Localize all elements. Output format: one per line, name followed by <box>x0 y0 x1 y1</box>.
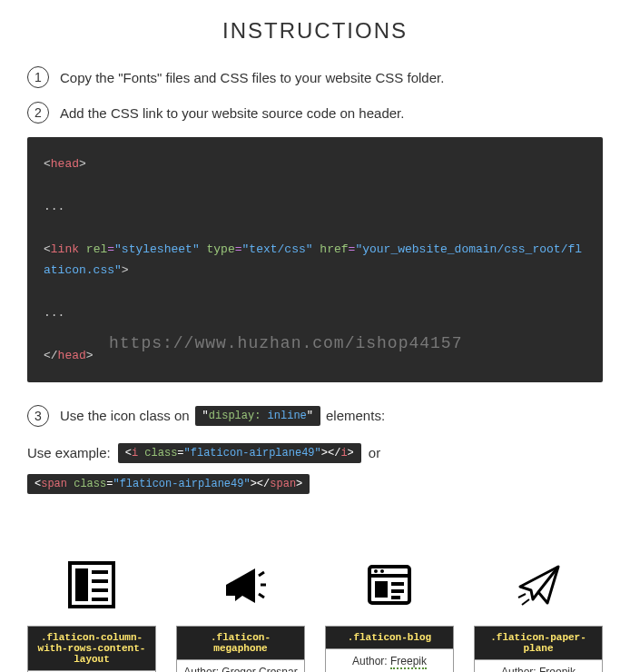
column-layout-icon <box>64 558 119 612</box>
icon-card-blog: .flaticon-blog Author: Freepik <box>325 558 454 672</box>
step-1: 1 Copy the "Fonts" files and CSS files t… <box>27 66 603 88</box>
author-box: Author: Gregor Cresnar <box>176 660 305 672</box>
example-line: Use example: <i class="flaticon-airplane… <box>27 443 603 463</box>
icon-grid: .flaticon-column-with-rows-content-layou… <box>27 558 603 672</box>
page-title: INSTRUCTIONS <box>27 18 603 44</box>
code-dots: ... <box>44 200 64 213</box>
icon-class-label: .flaticon-blog <box>325 626 454 649</box>
author-link[interactable]: Gregor Cresnar <box>221 666 297 672</box>
icon-class-label: .flaticon-megaphone <box>176 626 305 660</box>
step-2: 2 Add the CSS link to your website sourc… <box>27 102 603 124</box>
svg-point-8 <box>374 569 378 573</box>
author-box: Author: Freepik <box>474 660 603 672</box>
icon-class-label: .flaticon-column-with-rows-content-layou… <box>27 626 156 671</box>
code-tag: link <box>51 242 79 256</box>
step-number: 1 <box>27 66 49 88</box>
example-line-2: <span class="flaticon-airplane49"></span… <box>27 474 603 494</box>
step-text: Add the CSS link to your website source … <box>60 105 404 121</box>
svg-line-16 <box>522 599 529 605</box>
example-or: or <box>369 445 380 460</box>
svg-rect-1 <box>75 568 88 601</box>
step-text: Copy the "Fonts" files and CSS files to … <box>60 70 444 85</box>
step-prefix: Use the icon class on <box>60 408 190 423</box>
svg-point-9 <box>380 569 384 573</box>
code-attr: type <box>207 242 235 256</box>
inline-code-span: <span class="flaticon-airplane49"></span… <box>27 474 310 494</box>
code-val: "stylesheet" <box>114 242 200 256</box>
code-dots: ... <box>44 306 64 320</box>
author-box: Author: Freepik <box>325 649 454 672</box>
icon-card-layout: .flaticon-column-with-rows-content-layou… <box>27 558 156 672</box>
inline-code: "display: inline" <box>195 406 320 426</box>
icon-card-paper-plane: .flaticon-paper-plane Author: Freepik <box>474 558 603 672</box>
svg-line-15 <box>518 594 526 598</box>
author-link[interactable]: Freepik <box>390 655 427 669</box>
paper-plane-icon <box>511 558 566 612</box>
author-link[interactable]: Freepik <box>539 666 576 672</box>
step-suffix: elements: <box>326 408 385 423</box>
code-val: "text/css" <box>242 242 313 256</box>
blog-icon <box>362 558 417 612</box>
code-tag: head <box>51 157 79 171</box>
code-attr: rel <box>86 242 107 256</box>
icon-class-label: .flaticon-paper-plane <box>474 626 603 660</box>
step-text: Use the icon class on "display: inline" … <box>60 406 385 426</box>
code-block: <head> ... <link rel="stylesheet" type="… <box>27 137 603 382</box>
megaphone-icon <box>213 558 268 612</box>
icon-card-megaphone: .flaticon-megaphone Author: Gregor Cresn… <box>176 558 305 672</box>
svg-rect-10 <box>375 581 388 598</box>
example-label: Use example: <box>27 445 111 460</box>
inline-code-i: <i class="flaticon-airplane49"></i> <box>118 443 361 463</box>
step-number: 2 <box>27 102 49 124</box>
step-3: 3 Use the icon class on "display: inline… <box>27 405 603 427</box>
step-number: 3 <box>27 405 49 427</box>
code-attr: href <box>320 242 348 256</box>
code-tag: head <box>58 349 86 362</box>
